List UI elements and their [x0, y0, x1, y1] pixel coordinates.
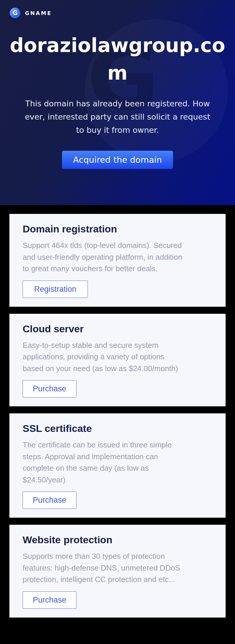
card-title: Cloud server — [23, 324, 212, 334]
services-section: Domain registration Support 464x tlds (t… — [0, 205, 235, 618]
service-card-ssl-certificate: SSL certificate The certificate can be i… — [9, 413, 226, 518]
card-title: Website protection — [23, 535, 212, 545]
card-description: Supports more than 30 types of protectio… — [23, 551, 212, 586]
service-card-cloud-server: Cloud server Easy-to-setup stable and se… — [9, 314, 226, 407]
acquired-domain-button[interactable]: Acquired the domain — [62, 151, 173, 169]
purchase-button-cloud-server[interactable]: Purchase — [23, 380, 76, 398]
card-title: SSL certificate — [23, 423, 212, 433]
hero-section: G G GNAME doraziolawgroup.co m This doma… — [0, 0, 235, 205]
card-description: The certificate can be issued in three s… — [23, 439, 212, 486]
service-card-website-protection: Website protection Supports more than 30… — [9, 525, 226, 618]
purchase-button-ssl-certificate[interactable]: Purchase — [23, 492, 76, 509]
hero-description: This domain has already been registered.… — [12, 97, 223, 137]
domain-title: doraziolawgroup.co m — [0, 0, 235, 87]
card-description: Easy-to-setup stable and secure system a… — [23, 340, 212, 375]
registration-button[interactable]: Registration — [23, 281, 88, 298]
purchase-button-website-protection[interactable]: Purchase — [23, 591, 76, 609]
card-description: Support 464x tlds (top-level domains). S… — [23, 240, 212, 275]
card-title: Domain registration — [23, 224, 212, 234]
service-card-domain-registration: Domain registration Support 464x tlds (t… — [9, 214, 226, 307]
